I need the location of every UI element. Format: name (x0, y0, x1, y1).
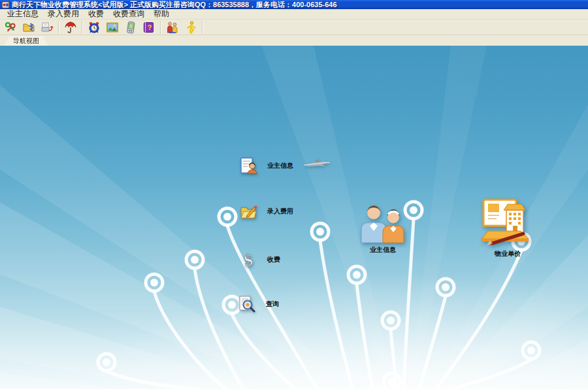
nav-label: 业主信息 (267, 161, 293, 170)
owner-list-icon (239, 157, 257, 175)
menu-item-fee-entry[interactable]: 录入费用 (43, 9, 84, 19)
toolbar-button-members[interactable] (163, 20, 182, 35)
toolbar-button-schedule[interactable] (85, 20, 103, 35)
toolbar-separator (160, 21, 161, 34)
svg-text:$: $ (243, 251, 254, 269)
shortcut-property-unit-price[interactable]: 物业单价 (479, 196, 536, 258)
picture-icon (106, 21, 119, 34)
toolbar-button-logout[interactable] (182, 20, 200, 35)
nav-label: 查询 (266, 300, 279, 309)
folder-zip-icon (22, 21, 35, 34)
toolbar-button-gallery[interactable] (103, 20, 122, 35)
app-logo-icon (2, 1, 9, 8)
svg-text:?: ? (148, 23, 152, 31)
printer-export-icon (41, 21, 54, 34)
shortcut-label: 物业单价 (495, 249, 521, 258)
nav-item-fee-entry[interactable]: 录入费用 (239, 202, 293, 221)
app-window: 商行天下物业收费管理系统<试用版> 正式版购买注册咨询QQ：863535888，… (0, 0, 588, 389)
owners-people-icon (359, 202, 407, 243)
nav-label: 收费 (267, 255, 280, 264)
navigation-view: 业主信息 录入费用 $ 收费 (0, 46, 588, 389)
shortcut-label: 业主信息 (370, 245, 396, 255)
title-bar: 商行天下物业收费管理系统<试用版> 正式版购买注册咨询QQ：863535888，… (0, 0, 588, 9)
menu-item-charge-query[interactable]: 收费查询 (108, 9, 149, 19)
tab-navigation-view[interactable]: 导航视图 (4, 36, 48, 46)
nav-item-owner-info[interactable]: 业主信息 (239, 157, 293, 175)
menu-item-owner-info[interactable]: 业主信息 (3, 9, 43, 19)
toolbar-button-archive[interactable] (20, 20, 38, 35)
toolbar-button-export[interactable] (38, 20, 56, 35)
shortcut-owner-info[interactable]: 业主信息 (358, 202, 408, 255)
toolbar-button-protection[interactable] (61, 20, 80, 35)
toolbar-button-keys[interactable] (1, 20, 20, 35)
nav-item-charge[interactable]: $ 收费 (239, 251, 280, 269)
team-icon (166, 21, 179, 34)
keys-icon (4, 21, 17, 34)
tab-strip: 导航视图 (0, 35, 588, 46)
toolbar-separator (82, 21, 83, 34)
toolbar-button-mobile[interactable] (122, 20, 140, 35)
dollar-icon: $ (239, 251, 257, 269)
window-title: 商行天下物业收费管理系统<试用版> 正式版购买注册咨询QQ：863535888，… (12, 0, 337, 9)
folder-pencil-icon (239, 202, 257, 221)
menu-item-help[interactable]: 帮助 (149, 9, 174, 19)
airplane-icon (302, 158, 332, 171)
pda-icon (124, 21, 137, 34)
menu-bar: 业主信息 录入费用 收费 收费查询 帮助 (0, 9, 588, 20)
nav-label: 录入费用 (267, 207, 293, 216)
menu-item-charge[interactable]: 收费 (84, 9, 108, 19)
magnifier-doc-icon (238, 295, 256, 313)
laptop-building-icon (480, 196, 535, 247)
walking-person-icon (184, 21, 197, 34)
toolbar-separator (58, 21, 59, 34)
help-book-icon: ? (142, 21, 155, 34)
nav-item-query[interactable]: 查询 (238, 295, 279, 313)
toolbar-separator (202, 21, 203, 34)
alarm-clock-icon (88, 21, 101, 34)
toolbar-button-help[interactable]: ? (140, 20, 158, 35)
umbrella-icon (64, 21, 77, 34)
toolbar: ? (0, 20, 588, 35)
